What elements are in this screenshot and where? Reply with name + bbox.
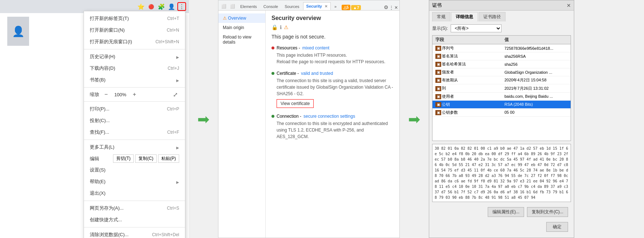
copy-button[interactable]: 复制(C) — [135, 154, 157, 163]
menu-find[interactable]: 查找(F)... Ctrl+F — [84, 126, 185, 138]
cert-table-row[interactable]: ▣有效期从2020年4月2日 15:04:58 — [432, 76, 571, 84]
tab-console[interactable]: Console — [261, 3, 281, 10]
sidebar-reload[interactable]: Reload to view details — [218, 32, 265, 47]
menu-clear-data[interactable]: 清除浏览数据(C)... Ctrl+Shift+Del — [84, 229, 185, 238]
arrow-2: ➡ — [400, 0, 429, 238]
cert-tab-general[interactable]: 常规 — [432, 12, 450, 21]
cert-table-row[interactable]: ▣签名算法sha256RSA — [432, 52, 571, 60]
cert-hex-display: 30 82 01 0a 02 82 01 00 c1 a9 b0 ae 47 1… — [432, 144, 571, 202]
extensions-icon[interactable]: 🔴 — [147, 2, 156, 11]
cert-field-icon: ▣ — [435, 54, 441, 59]
resources-link[interactable]: mixed content — [302, 45, 330, 51]
star-icon[interactable]: ⭐ — [137, 2, 145, 11]
menu-create-shortcut[interactable]: 创建快捷方式... — [84, 214, 185, 226]
tab-security[interactable]: Security ✕ — [303, 2, 331, 10]
tab-elements[interactable]: Elements — [237, 3, 260, 10]
security-resources-section: Resources - mixed content This page incl… — [271, 45, 394, 65]
connection-label: Connection - — [277, 114, 301, 119]
tab-sources[interactable]: Sources — [282, 3, 302, 10]
menu-new-window[interactable]: 打开新的窗口(N) Ctrl+N — [84, 24, 185, 36]
zoom-fullscreen-button[interactable]: ⤢ — [171, 90, 179, 98]
cert-table-row[interactable]: ▣序列号725878366e9f56e81d418... — [432, 44, 571, 52]
more-tools-label: 更多工具(L) — [90, 144, 114, 150]
cert-table-row[interactable]: ▣使用者baidu.com, Beijing Baidu ... — [432, 93, 571, 101]
avatar: 👤 — [7, 17, 29, 46]
cert-value-cell: 05 00 — [502, 109, 571, 116]
menu-new-tab[interactable]: 打开新的标签页(T) Ctrl+T — [84, 13, 185, 24]
sidebar-overview[interactable]: ⚠ Overview — [218, 13, 265, 23]
devtools-tabs: ⬜ ⬜ Elements Console Sources Security ✕ … — [218, 0, 399, 11]
divider-2 — [84, 87, 185, 88]
tab-more[interactable]: » — [331, 3, 339, 10]
arrow-1-icon: ➡ — [197, 111, 210, 128]
zoom-decrease-button[interactable]: − — [102, 90, 110, 98]
certificate-dot — [271, 72, 274, 75]
history-submenu-arrow — [176, 54, 179, 60]
menu-downloads[interactable]: 下载内容(D) Ctrl+J — [84, 62, 185, 74]
cert-field-cell: ▣公钥参数 — [432, 109, 502, 116]
avatar-icon: 👤 — [12, 25, 25, 37]
cert-field-cell: ▣签名算法 — [432, 52, 502, 60]
menu-bookmarks[interactable]: 书签(B) — [84, 74, 185, 86]
menu-more-tools[interactable]: 更多工具(L) — [84, 141, 185, 153]
resources-desc2: Reload the page to record requests for H… — [277, 59, 394, 65]
cert-table-row[interactable]: ▣公钥RSA (2048 Bits) — [432, 101, 571, 109]
menu-settings[interactable]: 设置(S) — [84, 164, 185, 176]
info-icon: ℹ — [280, 24, 282, 30]
help-label: 帮助(E) — [90, 178, 105, 185]
cert-table-row[interactable]: ▣到2021年7月26日 13:31:02 — [432, 84, 571, 92]
resources-desc1: This page includes HTTP resources. — [277, 52, 394, 59]
zoom-value: 100% — [113, 92, 128, 97]
devtools-body: ⚠ Overview Main origin Reload to view de… — [218, 11, 399, 238]
edit-label: 编辑 — [90, 156, 99, 162]
menu-history[interactable]: 历史记录(H) — [84, 51, 185, 62]
view-certificate-button[interactable]: View certificate — [277, 99, 314, 108]
menu-print[interactable]: 打印(P)... Ctrl+P — [84, 103, 185, 115]
zoom-increase-button[interactable]: + — [130, 90, 138, 98]
save-page-label: 网页另存为(A)... — [90, 205, 124, 211]
devtools-settings-icon[interactable]: ⚙ — [384, 4, 389, 10]
chrome-browser-panel: ⭐ 🔴 🧩 👤 ⋮ 👤 打开新的标签页(T) Ctrl+T 打开新的窗口(N) … — [0, 0, 189, 238]
cert-edit-attr-button[interactable]: 编辑属性(E)... — [488, 207, 524, 217]
menu-quit[interactable]: 退出(X) — [84, 187, 185, 199]
cert-tab-path[interactable]: 证书路径 — [479, 12, 506, 21]
cert-field-cell: ▣有效期从 — [432, 76, 502, 84]
cert-close-button[interactable]: ✕ — [567, 3, 571, 8]
security-tab-close[interactable]: ✕ — [325, 4, 327, 8]
sidebar-main-origin[interactable]: Main origin — [218, 23, 265, 32]
menu-new-incognito[interactable]: 打开新的无痕窗口(I) Ctrl+Shift+N — [84, 36, 185, 48]
chrome-dropdown-menu: 打开新的标签页(T) Ctrl+T 打开新的窗口(N) Ctrl+N 打开新的无… — [84, 11, 185, 238]
menu-help[interactable]: 帮助(E) — [84, 176, 185, 187]
devtools-close-icon[interactable]: ✕ — [394, 5, 398, 10]
cut-button[interactable]: 剪切(T) — [113, 154, 134, 163]
cert-tabs: 常规 详细信息 证书路径 — [429, 11, 574, 21]
devtools-more-icon[interactable]: ⋮ — [389, 5, 394, 10]
cert-display-select[interactable]: <所有> — [451, 24, 502, 32]
security-status-text: This page is not secure. — [271, 34, 394, 40]
cert-copy-file-button[interactable]: 复制到文件(C)... — [527, 207, 568, 217]
cert-value-cell: GlobalSign Organization ... — [502, 69, 571, 76]
certificate-link[interactable]: valid and trusted — [301, 71, 333, 76]
help-arrow — [176, 179, 179, 185]
cert-table-row[interactable]: ▣公钥参数05 00 — [432, 109, 571, 117]
security-overview-title: Security overview — [271, 15, 394, 21]
cert-ok-button[interactable]: 确定 — [546, 222, 568, 232]
account-icon[interactable]: 👤 — [167, 2, 176, 11]
puzzle-icon[interactable]: 🧩 — [157, 2, 166, 11]
menu-save-page[interactable]: 网页另存为(A)... Ctrl+S — [84, 202, 185, 214]
cert-table-row[interactable]: ▣颁发者GlobalSign Organization ... — [432, 68, 571, 76]
cert-table-row[interactable]: ▣签名哈希算法sha256 — [432, 60, 571, 68]
cert-value-cell: RSA (2048 Bits) — [502, 101, 571, 108]
cert-value-cell: 725878366e9f56e81d418... — [502, 45, 571, 52]
menu-icon[interactable]: ⋮ — [177, 2, 186, 11]
find-label: 查找(F)... — [90, 129, 109, 136]
paste-button[interactable]: 粘贴(P) — [158, 154, 179, 163]
security-certificate-section: Certificate - valid and trusted The conn… — [271, 71, 394, 108]
cert-tab-details[interactable]: 详细信息 — [451, 12, 478, 21]
cert-title: 证书 — [432, 2, 442, 9]
cert-field-cell: ▣使用者 — [432, 93, 502, 100]
lock-icon: 🔒 — [271, 24, 278, 30]
devtools-panel: ⬜ ⬜ Elements Console Sources Security ✕ … — [218, 0, 400, 238]
menu-cast[interactable]: 投射(C)... — [84, 115, 185, 126]
connection-link[interactable]: secure connection settings — [303, 114, 355, 119]
